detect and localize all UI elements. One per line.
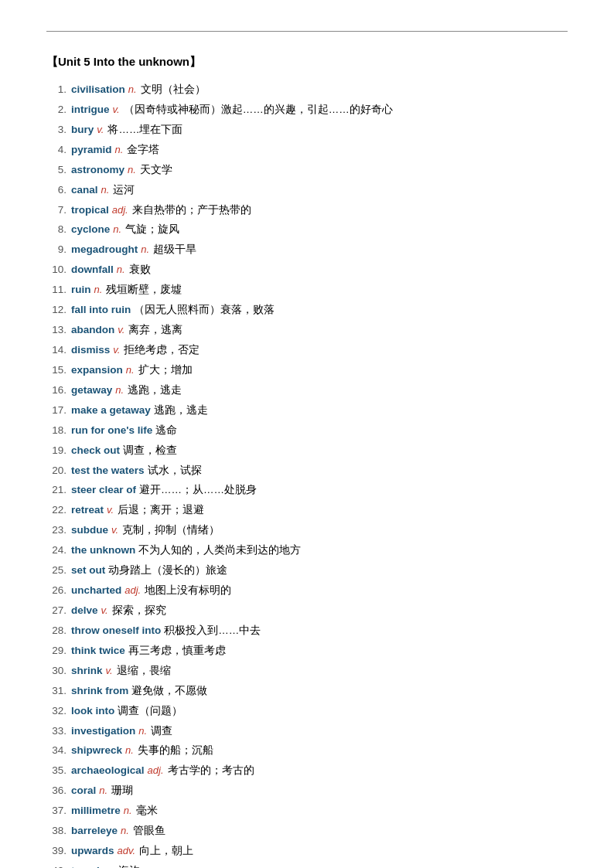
- item-number: 2.: [46, 102, 71, 118]
- item-pos: n.: [113, 222, 121, 237]
- list-item: 29.think twice再三考虑，慎重考虑: [46, 643, 568, 659]
- item-number: 35.: [46, 763, 71, 779]
- list-item: 32.look into调查（问题）: [46, 703, 568, 720]
- item-number: 23.: [46, 523, 71, 539]
- list-item: 13.abandonv.离弃，逃离: [46, 322, 568, 339]
- list-item: 27.delvev.探索，探究: [46, 603, 568, 619]
- item-number: 19.: [46, 443, 71, 459]
- list-item: 40.trenchn.海沟: [46, 863, 568, 868]
- list-item: 14.dismissv.拒绝考虑，否定: [46, 342, 568, 359]
- item-definition: （因无人照料而）衰落，败落: [134, 302, 275, 318]
- item-definition: 金字塔: [127, 142, 159, 158]
- list-item: 20.test the waters试水，试探: [46, 463, 568, 479]
- item-definition: 调查（问题）: [118, 703, 182, 720]
- item-definition: 逃跑，逃走: [154, 403, 208, 419]
- item-number: 17.: [46, 403, 71, 419]
- item-word: downfall: [71, 262, 114, 278]
- item-number: 20.: [46, 463, 71, 479]
- item-definition: 来自热带的；产于热带的: [132, 203, 251, 219]
- item-word: expansion: [71, 363, 123, 379]
- item-word: make a getaway: [71, 403, 151, 419]
- list-item: 5.astronomyn.天文学: [46, 162, 568, 179]
- item-number: 12.: [46, 302, 71, 318]
- item-word: archaeological: [71, 763, 145, 779]
- item-number: 28.: [46, 623, 71, 639]
- item-pos: n.: [117, 262, 125, 277]
- item-definition: 珊瑚: [111, 783, 133, 799]
- list-item: 36.coraln.珊瑚: [46, 783, 568, 799]
- item-word: the unknown: [71, 543, 135, 559]
- item-pos: adj.: [125, 583, 141, 598]
- item-word: upwards: [71, 843, 114, 859]
- item-word: abandon: [71, 322, 114, 339]
- item-pos: n.: [115, 383, 124, 398]
- item-word: retreat: [71, 502, 104, 519]
- item-definition: 离弃，逃离: [128, 322, 182, 339]
- item-number: 30.: [46, 663, 71, 679]
- item-word: look into: [71, 703, 114, 720]
- item-definition: 向上，朝上: [139, 843, 193, 859]
- item-definition: 逃跑，逃走: [128, 383, 182, 399]
- item-definition: 试水，试探: [148, 463, 202, 479]
- item-number: 4.: [46, 142, 71, 158]
- item-definition: 衰败: [129, 262, 151, 278]
- item-number: 7.: [46, 203, 71, 219]
- item-word: investigation: [71, 723, 135, 740]
- list-item: 31.shrink from避免做，不愿做: [46, 683, 568, 700]
- item-word: uncharted: [71, 583, 121, 599]
- item-definition: 残垣断壁，废墟: [106, 282, 182, 298]
- item-number: 32.: [46, 703, 71, 720]
- list-item: 38.barreleyen.管眼鱼: [46, 823, 568, 839]
- item-definition: 再三考虑，慎重考虑: [128, 643, 226, 659]
- item-definition: 文明（社会）: [141, 82, 206, 98]
- item-pos: v.: [107, 502, 114, 518]
- top-divider: [46, 31, 568, 32]
- list-item: 4.pyramidn.金字塔: [46, 142, 568, 158]
- list-item: 35.archaeologicaladj.考古学的；考古的: [46, 763, 568, 779]
- item-word: intrigue: [71, 102, 110, 118]
- item-pos: v.: [113, 342, 120, 358]
- item-definition: 气旋；旋风: [125, 222, 179, 238]
- list-item: 16.getawayn.逃跑，逃走: [46, 383, 568, 399]
- item-word: barreleye: [71, 823, 118, 839]
- item-word: throw oneself into: [71, 623, 161, 639]
- item-number: 40.: [46, 863, 71, 868]
- item-definition: 考古学的；考古的: [168, 763, 254, 779]
- list-item: 10.downfalln.衰败: [46, 262, 568, 278]
- item-definition: 海沟: [118, 863, 140, 868]
- list-item: 37.millimetren.毫米: [46, 803, 568, 819]
- item-word: fall into ruin: [71, 302, 131, 318]
- item-pos: v.: [106, 663, 113, 679]
- item-word: bury: [71, 122, 94, 138]
- item-word: civilisation: [71, 82, 125, 98]
- list-item: 7.tropicaladj.来自热带的；产于热带的: [46, 203, 568, 219]
- list-item: 6.canaln.运河: [46, 182, 568, 199]
- item-pos: adv.: [118, 843, 136, 859]
- item-pos: v.: [97, 122, 104, 138]
- item-pos: v.: [113, 102, 120, 117]
- item-number: 14.: [46, 342, 71, 359]
- item-number: 36.: [46, 783, 71, 799]
- item-pos: n.: [128, 162, 136, 178]
- item-pos: v.: [118, 322, 125, 338]
- item-number: 38.: [46, 823, 71, 839]
- list-item: 15.expansionn.扩大；增加: [46, 363, 568, 379]
- item-number: 13.: [46, 322, 71, 339]
- vocab-list: 1.civilisationn.文明（社会）2.intriguev.（因奇特或神…: [46, 82, 568, 868]
- item-pos: n.: [138, 723, 147, 739]
- list-item: 17.make a getaway逃跑，逃走: [46, 403, 568, 419]
- list-item: 30.shrinkv.退缩，畏缩: [46, 663, 568, 679]
- item-number: 9.: [46, 242, 71, 258]
- item-definition: 积极投入到……中去: [164, 623, 261, 639]
- item-definition: 动身踏上（漫长的）旅途: [108, 563, 227, 579]
- item-word: subdue: [71, 523, 108, 539]
- item-definition: 超级干旱: [153, 242, 196, 258]
- item-word: tropical: [71, 203, 109, 219]
- item-word: coral: [71, 783, 96, 799]
- list-item: 2.intriguev.（因奇特或神秘而）激起……的兴趣，引起……的好奇心: [46, 102, 568, 118]
- item-number: 5.: [46, 162, 71, 179]
- item-definition: 逃命: [155, 423, 177, 439]
- list-item: 9.megadroughtn.超级干旱: [46, 242, 568, 258]
- item-definition: 天文学: [140, 162, 172, 179]
- list-item: 19.check out调查，检查: [46, 443, 568, 459]
